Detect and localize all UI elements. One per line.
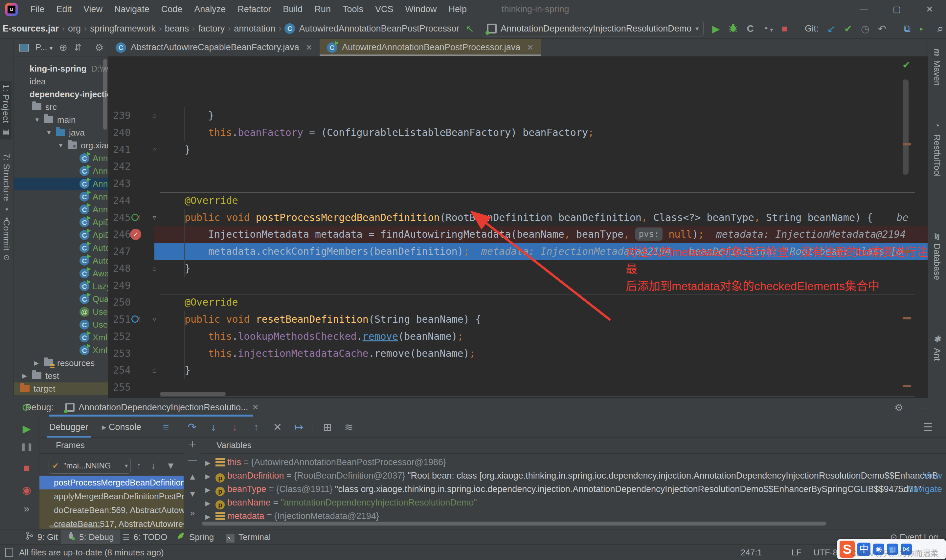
- fold-marker-icon[interactable]: ▿: [151, 311, 158, 328]
- remove-watch-icon[interactable]: —: [184, 455, 201, 465]
- breadcrumb-item[interactable]: springframework: [90, 24, 156, 34]
- tree-item-dependency-injection[interactable]: dependency-injection: [14, 88, 108, 101]
- error-stripe-mark[interactable]: [903, 250, 911, 253]
- menu-code[interactable]: Code: [156, 2, 188, 16]
- tree-expand-icon[interactable]: ▼: [34, 114, 40, 126]
- menu-refactor[interactable]: Refactor: [232, 2, 276, 16]
- editor-tab[interactable]: CAbstractAutowireCapableBeanFactory.java…: [108, 39, 320, 56]
- tree-expand-icon[interactable]: ▶: [34, 357, 39, 369]
- step-over-icon[interactable]: ↷: [184, 417, 200, 438]
- tree-expand-icon[interactable]: ▼: [58, 139, 64, 152]
- error-stripe-mark[interactable]: [903, 317, 911, 319]
- caret-position[interactable]: 247:1: [741, 545, 762, 560]
- git-rollback-button[interactable]: ↶: [878, 23, 886, 34]
- more-icon[interactable]: »: [184, 508, 201, 518]
- close-icon[interactable]: ✕: [527, 43, 533, 52]
- encoding-indicator[interactable]: UTF-8: [813, 545, 838, 560]
- tree-item-lazyann[interactable]: CLazyAnn: [14, 280, 108, 293]
- tree-item-src[interactable]: src: [14, 101, 108, 114]
- stripe-7-structure[interactable]: 7: Structure▪▪: [1, 153, 11, 223]
- expand-icon[interactable]: ▶: [205, 459, 210, 466]
- search-everywhere-button[interactable]: ⌕: [937, 22, 943, 35]
- tree-item-qualifier[interactable]: CQualifier: [14, 293, 108, 306]
- stripe-maven[interactable]: mMaven: [932, 49, 942, 86]
- error-stripe-mark[interactable]: [903, 385, 911, 387]
- error-stripe-mark[interactable]: [903, 143, 911, 145]
- editor-horizontal-scrollbar[interactable]: [160, 392, 226, 396]
- breadcrumb-item[interactable]: E-sources.jar: [3, 24, 59, 34]
- tree-item-resources[interactable]: ▶resources: [14, 357, 108, 369]
- layout-icon[interactable]: ☰: [920, 417, 936, 438]
- variable-row[interactable]: ▶p beanDefinition = {RootBeanDefinition@…: [201, 469, 946, 483]
- tree-item-usergrou[interactable]: @UserGrou: [14, 306, 108, 318]
- tree-item-java[interactable]: ▼java: [14, 126, 108, 139]
- tree-expand-icon[interactable]: ▼: [46, 126, 52, 139]
- tree-item-annotati[interactable]: CAnnotati: [14, 191, 108, 203]
- overrides-method-icon[interactable]: [131, 315, 139, 323]
- step-into-icon[interactable]: ↓: [205, 417, 222, 438]
- frame-down-icon[interactable]: ↓: [151, 458, 156, 474]
- stripe-commit[interactable]: Commit⊙: [1, 220, 11, 261]
- debug-tab-debugger[interactable]: Debugger: [49, 417, 88, 438]
- editor-tab[interactable]: CAutowiredAnnotationBeanPostProcessor.ja…: [320, 39, 541, 56]
- pause-icon[interactable]: ❚❚: [14, 442, 39, 451]
- run-anything-button[interactable]: ▸_: [919, 24, 929, 33]
- git-commit-button[interactable]: ✔: [844, 23, 852, 34]
- tree-item-annotati[interactable]: CAnnotati: [14, 178, 108, 191]
- stripe-1-project[interactable]: 1: Project▤: [0, 81, 11, 140]
- fold-marker-icon[interactable]: ⌂: [151, 141, 158, 158]
- fold-marker-icon[interactable]: ⌂: [151, 260, 158, 277]
- variable-row[interactable]: ▶ metadata = {InjectionMetadata@2194}: [201, 509, 946, 523]
- tree-item-org.xiaoge.t[interactable]: ▼org.xiaoge.t: [14, 139, 108, 152]
- profiler-button[interactable]: ◔ ▾: [763, 23, 773, 34]
- stripe-database[interactable]: ≋Database: [932, 232, 942, 280]
- breadcrumb-item[interactable]: org: [68, 24, 81, 34]
- layout-settings-icon[interactable]: ≡: [158, 417, 174, 438]
- stripe-restfultool[interactable]: ◔RestfulTool: [932, 121, 942, 177]
- line-number[interactable]: 250: [110, 294, 131, 311]
- breadcrumb-item[interactable]: annotation: [234, 24, 275, 34]
- line-number[interactable]: 242: [110, 158, 131, 175]
- line-number[interactable]: 251: [110, 311, 131, 328]
- stream-trace-icon[interactable]: ≋: [340, 417, 357, 438]
- breadcrumb-item[interactable]: beans: [165, 24, 189, 34]
- tree-item-main[interactable]: ▼main: [14, 114, 108, 126]
- run-to-cursor-icon[interactable]: ↦: [291, 417, 307, 438]
- stack-frame[interactable]: postProcessMergedBeanDefinition:2: [39, 475, 184, 489]
- tree-item-awareint[interactable]: CAwareInt: [14, 267, 108, 280]
- menu-vcs[interactable]: VCS: [370, 2, 399, 16]
- close-icon[interactable]: ✕: [306, 43, 313, 52]
- tree-item-king-in-spring[interactable]: king-in-springD:\wor: [14, 62, 108, 75]
- expand-icon[interactable]: ▶: [205, 500, 210, 507]
- drop-frame-icon[interactable]: ✕: [270, 417, 286, 438]
- tree-item-annotati[interactable]: CAnnotati: [14, 203, 108, 216]
- tree-item-target[interactable]: target: [14, 382, 108, 395]
- debug-button[interactable]: [728, 23, 738, 35]
- coverage-button[interactable]: C: [747, 23, 754, 34]
- breakpoint-icon[interactable]: ✓: [130, 229, 141, 240]
- variable-row[interactable]: ▶p beanName = "annotationDependencyInjec…: [201, 496, 946, 509]
- move-up-icon[interactable]: ▲: [184, 472, 201, 482]
- close-icon[interactable]: ✕: [252, 403, 259, 412]
- tree-item-xmldepe[interactable]: CXmlDepe: [14, 331, 108, 344]
- tree-item-autowiri[interactable]: CAutowiri: [14, 254, 108, 267]
- close-button[interactable]: ✕: [913, 0, 946, 19]
- line-number[interactable]: 247: [110, 243, 131, 260]
- menu-window[interactable]: Window: [400, 2, 442, 16]
- tool-tab-spring[interactable]: Spring: [171, 529, 220, 545]
- line-number[interactable]: 255: [110, 379, 131, 396]
- tree-scrollbar[interactable]: [103, 59, 107, 130]
- expand-icon[interactable]: ▶: [205, 513, 210, 520]
- project-view-select[interactable]: P... ▾: [35, 42, 52, 52]
- stop-icon[interactable]: ■: [14, 462, 39, 474]
- fold-marker-icon[interactable]: ▿: [151, 209, 158, 226]
- resume-icon[interactable]: ▶: [14, 423, 39, 435]
- hide-panel-icon[interactable]: —: [918, 402, 928, 413]
- menu-view[interactable]: View: [78, 2, 108, 16]
- evaluate-expression-icon[interactable]: ⊞: [319, 417, 336, 438]
- more-icon[interactable]: »: [14, 503, 39, 515]
- maximize-button[interactable]: ▢: [880, 0, 913, 19]
- run-button[interactable]: ▶: [712, 23, 720, 34]
- add-watch-icon[interactable]: ＋: [184, 438, 201, 450]
- stripe-ant[interactable]: ✱Ant: [932, 334, 942, 361]
